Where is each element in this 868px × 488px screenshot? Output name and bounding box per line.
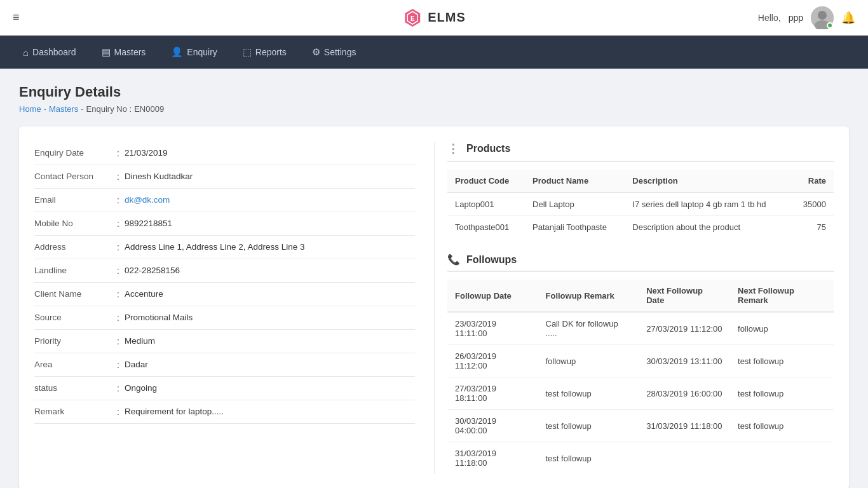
next-followup-remark: test followup	[730, 410, 834, 442]
logo-area: E ELMS	[402, 8, 466, 28]
next-followup-remark: test followup	[730, 345, 834, 377]
avatar	[811, 6, 834, 29]
followups-section: 📞 Followups Followup DateFollowup Remark…	[447, 254, 834, 474]
detail-separator: :	[117, 313, 119, 323]
table-row: 30/03/2019 04:00:00 test followup 31/03/…	[447, 410, 834, 442]
followups-header: 📞 Followups	[447, 254, 834, 272]
breadcrumb: Home - Masters - Enquiry No : EN0009	[19, 104, 849, 114]
detail-row: Landline : 022-28258156	[34, 259, 415, 283]
next-followup-remark: followup	[730, 312, 834, 345]
header-right: Hello, ppp 🔔	[758, 6, 855, 29]
products-col-header: Description	[625, 170, 791, 193]
page-title: Enquiry Details	[19, 84, 849, 100]
followup-remark: test followup	[538, 442, 639, 475]
user-name: ppp	[789, 13, 803, 23]
hamburger-icon[interactable]: ≡	[13, 11, 20, 24]
detail-label: Enquiry Date	[34, 148, 117, 158]
detail-value: Requirement for laptop.....	[125, 407, 224, 416]
detail-separator: :	[117, 242, 119, 252]
nav-item-enquiry[interactable]: 👤 Enquiry	[161, 41, 227, 63]
detail-row: Mobile No : 9892218851	[34, 212, 415, 236]
hello-label: Hello,	[758, 13, 781, 23]
masters-icon: ▤	[102, 46, 111, 58]
detail-row: status : Ongoing	[34, 377, 415, 400]
detail-separator: :	[117, 360, 119, 370]
detail-label: Email	[34, 195, 117, 205]
followups-col-header: Next Followup Remark	[730, 280, 834, 312]
nav-item-dashboard[interactable]: ⌂ Dashboard	[13, 42, 86, 63]
detail-value: Ongoing	[125, 383, 157, 393]
product-rate: 35000	[791, 193, 834, 216]
right-section: ⋮ Products Product CodeProduct NameDescr…	[434, 142, 834, 474]
elms-logo-icon: E	[402, 8, 423, 28]
products-title: Products	[466, 143, 510, 154]
detail-separator: :	[117, 289, 119, 299]
detail-row: Client Name : Accenture	[34, 283, 415, 306]
detail-separator: :	[117, 219, 119, 229]
nav-label-reports: Reports	[255, 47, 287, 57]
left-details: Enquiry Date : 21/03/2019 Contact Person…	[34, 142, 434, 474]
detail-value: 21/03/2019	[125, 148, 168, 158]
product-name: Dell Laptop	[525, 193, 625, 216]
breadcrumb-masters[interactable]: Masters	[49, 104, 78, 114]
settings-icon: ⚙	[312, 46, 320, 58]
reports-icon: ⬚	[243, 46, 252, 58]
svg-point-4	[818, 11, 827, 20]
nav-item-masters[interactable]: ▤ Masters	[92, 41, 156, 63]
breadcrumb-home[interactable]: Home	[19, 104, 41, 114]
next-followup-date: 27/03/2019 11:12:00	[639, 312, 730, 345]
detail-label: Source	[34, 313, 117, 322]
detail-row: Area : Dadar	[34, 353, 415, 377]
detail-label: Client Name	[34, 289, 117, 299]
followups-col-header: Followup Date	[447, 280, 538, 312]
detail-label: Priority	[34, 336, 117, 346]
detail-separator: :	[117, 383, 119, 393]
detail-row: Address : Address Line 1, Address Line 2…	[34, 236, 415, 259]
followup-date: 23/03/2019 11:11:00	[447, 312, 538, 345]
product-rate: 75	[791, 216, 834, 239]
main-content: Enquiry Details Home - Masters - Enquiry…	[0, 69, 868, 488]
detail-value: Accenture	[125, 289, 163, 299]
next-followup-date: 28/03/2019 16:00:00	[639, 377, 730, 410]
detail-separator: :	[117, 148, 119, 158]
detail-label: Contact Person	[34, 172, 117, 181]
product-description: Description about the product	[625, 216, 791, 239]
nav-item-settings[interactable]: ⚙ Settings	[302, 41, 367, 63]
table-row: 27/03/2019 18:11:00 test followup 28/03/…	[447, 377, 834, 410]
nav-label-enquiry: Enquiry	[187, 47, 217, 57]
table-row: Laptop001 Dell Laptop I7 series dell lap…	[447, 193, 834, 216]
enquiry-icon: 👤	[171, 46, 183, 58]
top-header: ≡ E ELMS Hello, ppp 🔔	[0, 0, 868, 36]
detail-label: Area	[34, 360, 117, 369]
detail-separator: :	[117, 266, 119, 276]
products-col-header: Product Code	[447, 170, 525, 193]
product-description: I7 series dell laptop 4 gb ram 1 tb hd	[625, 193, 791, 216]
products-header: ⋮ Products	[447, 142, 834, 162]
nav-item-reports[interactable]: ⬚ Reports	[233, 41, 297, 63]
products-section: ⋮ Products Product CodeProduct NameDescr…	[447, 142, 834, 238]
nav-label-masters: Masters	[114, 47, 146, 57]
detail-row: Remark : Requirement for laptop.....	[34, 400, 415, 424]
followups-col-header: Followup Remark	[538, 280, 639, 312]
detail-separator: :	[117, 407, 119, 417]
detail-value: Dinesh Kudtadkar	[125, 172, 193, 181]
table-row: 26/03/2019 11:12:00 followup 30/03/2019 …	[447, 345, 834, 377]
product-name: Patanjali Toothpaste	[525, 216, 625, 239]
followups-title: Followups	[466, 254, 517, 266]
breadcrumb-enquiry-no: EN0009	[134, 104, 164, 114]
products-menu-icon[interactable]: ⋮	[447, 142, 460, 156]
followup-date: 26/03/2019 11:12:00	[447, 345, 538, 377]
notification-bell-icon[interactable]: 🔔	[841, 11, 855, 25]
followups-table: Followup DateFollowup RemarkNext Followu…	[447, 280, 834, 474]
nav-bar: ⌂ Dashboard ▤ Masters 👤 Enquiry ⬚ Report…	[0, 36, 868, 69]
nav-label-settings: Settings	[324, 47, 356, 57]
next-followup-remark	[730, 442, 834, 475]
detail-value: Promotional Mails	[125, 313, 193, 322]
followup-date: 31/03/2019 11:18:00	[447, 442, 538, 475]
nav-label-dashboard: Dashboard	[32, 47, 76, 57]
detail-value: Medium	[125, 336, 155, 346]
detail-separator: :	[117, 336, 119, 346]
followups-col-header: Next Followup Date	[639, 280, 730, 312]
table-row: Toothpaste001 Patanjali Toothpaste Descr…	[447, 216, 834, 239]
detail-value: 9892218851	[125, 219, 172, 228]
